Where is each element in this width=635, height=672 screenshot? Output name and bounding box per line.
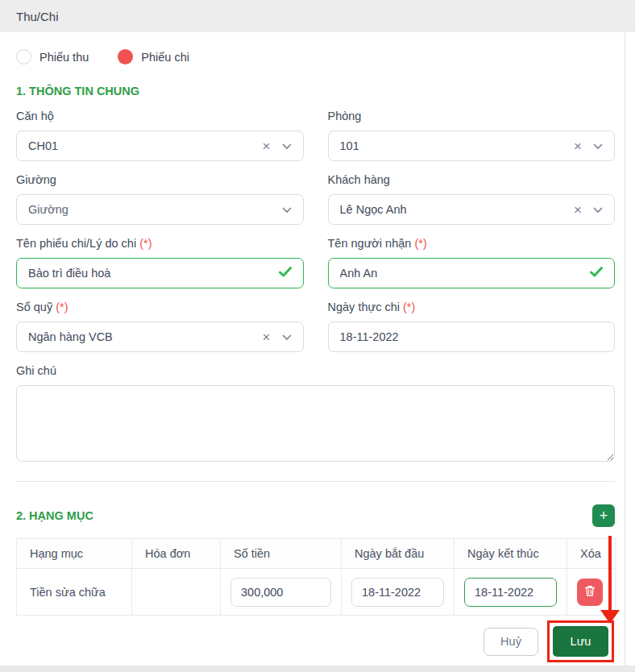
- phong-select[interactable]: 101 ×: [328, 131, 616, 161]
- chevron-down-icon[interactable]: [282, 139, 292, 152]
- ghi-chu-textarea[interactable]: [16, 385, 615, 462]
- phong-label: Phòng: [328, 110, 616, 122]
- giuong-placeholder: Giường: [28, 203, 276, 216]
- check-valid-icon: [279, 267, 292, 280]
- ghi-chu-label: Ghi chú: [16, 364, 615, 377]
- cell-ngay-bat-dau: [342, 569, 454, 616]
- required-mark: (*): [139, 237, 151, 250]
- cell-so-tien: [221, 569, 342, 616]
- save-button[interactable]: Lưu: [553, 626, 608, 657]
- khach-hang-label: Khách hàng: [328, 173, 616, 186]
- ten-phieu-chi-input[interactable]: [28, 267, 272, 280]
- clear-icon[interactable]: ×: [574, 139, 582, 153]
- so-quy-select[interactable]: Ngân hàng VCB ×: [16, 321, 304, 352]
- cell-ngay-ket-thuc: [454, 569, 567, 616]
- delete-row-button[interactable]: [577, 579, 603, 606]
- chevron-down-icon[interactable]: [282, 330, 292, 343]
- table-row: Tiền sửa chữa: [17, 569, 616, 616]
- ngay-thuc-chi-label: Ngày thực chi (*): [328, 301, 616, 313]
- page-bottom-edge: [0, 666, 635, 672]
- modal-titlebar: Thu/Chi: [0, 0, 635, 32]
- field-so-quy: Sổ quỹ (*) Ngân hàng VCB ×: [16, 301, 304, 352]
- can-ho-select[interactable]: CH01 ×: [16, 131, 304, 161]
- radio-checked-icon[interactable]: [118, 49, 133, 64]
- ten-phieu-chi-label: Tên phiếu chi/Lý do chi (*): [16, 237, 304, 250]
- table-header-row: Hạng mục Hóa đơn Số tiền Ngày bắt đầu Ng…: [17, 539, 616, 569]
- trash-icon: [584, 585, 596, 599]
- chevron-down-icon[interactable]: [593, 139, 603, 152]
- col-hang-muc: Hạng mục: [17, 539, 132, 569]
- cell-hang-muc: Tiền sửa chữa: [17, 569, 132, 616]
- clear-icon[interactable]: ×: [263, 139, 271, 153]
- field-khach-hang: Khách hàng Lê Ngọc Anh ×: [328, 173, 616, 225]
- radio-phieu-thu[interactable]: Phiếu thu: [16, 49, 89, 64]
- save-button-highlight-annotation: Lưu: [547, 620, 614, 662]
- check-valid-icon: [590, 267, 603, 280]
- col-hoa-don: Hóa đơn: [132, 539, 221, 569]
- khach-hang-select[interactable]: Lê Ngọc Anh ×: [328, 194, 616, 225]
- scrollbar-track[interactable]: [625, 32, 625, 666]
- add-item-button[interactable]: +: [592, 504, 615, 527]
- col-ngay-ket-thuc: Ngày kết thúc: [454, 539, 567, 569]
- field-ten-phieu-chi: Tên phiếu chi/Lý do chi (*): [16, 237, 304, 288]
- field-phong: Phòng 101 ×: [328, 110, 616, 161]
- can-ho-value: CH01: [28, 139, 256, 152]
- ngay-bat-dau-input[interactable]: [351, 578, 444, 607]
- ten-phieu-chi-input-wrap: [16, 258, 304, 288]
- so-quy-value: Ngân hàng VCB: [28, 330, 256, 343]
- ten-nguoi-nhan-input-wrap: [328, 258, 616, 288]
- ten-nguoi-nhan-label: Tên người nhận (*): [328, 237, 616, 250]
- page-title: Thu/Chi: [16, 10, 59, 23]
- so-tien-input[interactable]: [230, 578, 331, 607]
- giuong-label: Giường: [16, 173, 304, 186]
- required-mark: (*): [56, 301, 68, 313]
- ten-nguoi-nhan-input[interactable]: [340, 267, 584, 280]
- can-ho-label: Căn hộ: [16, 110, 304, 122]
- annotation-arrow-head: [600, 610, 620, 624]
- col-so-tien: Số tiền: [221, 539, 342, 569]
- cell-hoa-don: [132, 569, 221, 616]
- field-ghi-chu: Ghi chú: [16, 364, 615, 462]
- chevron-down-icon[interactable]: [282, 203, 292, 216]
- field-ten-nguoi-nhan: Tên người nhận (*): [328, 237, 616, 288]
- cancel-button[interactable]: Huỷ: [484, 628, 538, 656]
- clear-icon[interactable]: ×: [263, 330, 271, 344]
- annotation-arrow-line: [608, 536, 612, 611]
- required-mark: (*): [403, 301, 415, 313]
- items-table: Hạng mục Hóa đơn Số tiền Ngày bắt đầu Ng…: [16, 538, 616, 616]
- radio-unchecked-icon[interactable]: [16, 49, 31, 64]
- radio-phieu-chi[interactable]: Phiếu chi: [118, 49, 189, 64]
- phong-value: 101: [340, 139, 568, 152]
- giuong-select[interactable]: Giường: [16, 194, 304, 225]
- chevron-down-icon[interactable]: [593, 203, 603, 216]
- ngay-thuc-chi-input-wrap: [328, 321, 616, 352]
- field-giuong: Giường Giường: [16, 173, 304, 225]
- ngay-ket-thuc-input[interactable]: [464, 578, 557, 607]
- ngay-thuc-chi-input[interactable]: [340, 330, 604, 343]
- radio-phieu-thu-label: Phiếu thu: [39, 51, 89, 64]
- khach-hang-value: Lê Ngọc Anh: [340, 203, 568, 216]
- field-can-ho: Căn hộ CH01 ×: [16, 110, 304, 161]
- section-title-hang-muc: 2. HẠNG MỤC: [16, 509, 93, 522]
- section-divider: [16, 481, 615, 482]
- plus-icon: +: [600, 508, 608, 523]
- radio-phieu-chi-label: Phiếu chi: [141, 51, 189, 64]
- col-ngay-bat-dau: Ngày bắt đầu: [342, 539, 454, 569]
- field-ngay-thuc-chi: Ngày thực chi (*): [328, 301, 616, 352]
- so-quy-label: Sổ quỹ (*): [16, 301, 304, 313]
- required-mark: (*): [414, 237, 426, 250]
- section-title-thong-tin-chung: 1. THÔNG TIN CHUNG: [16, 85, 615, 97]
- voucher-type-radio-group: Phiếu thu Phiếu chi: [16, 49, 615, 64]
- clear-icon[interactable]: ×: [574, 203, 582, 217]
